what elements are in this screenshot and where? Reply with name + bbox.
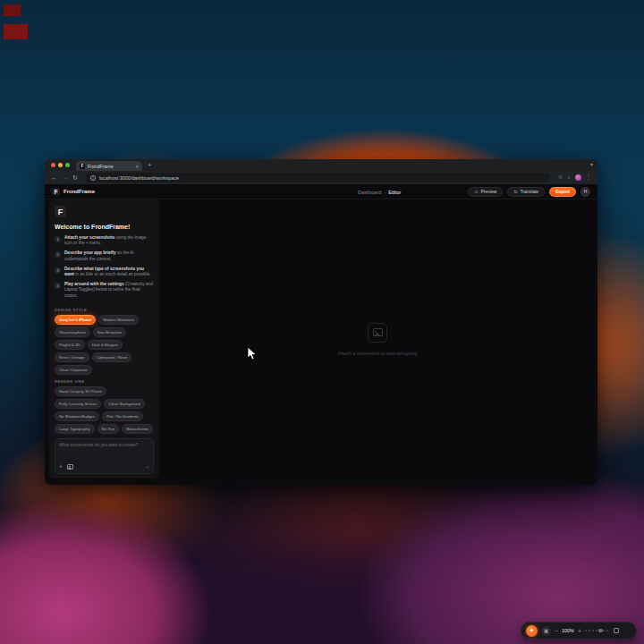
onboarding-step: 1 Attach your screenshots using the imag… bbox=[55, 235, 154, 246]
eye-icon: ⊙ bbox=[474, 190, 478, 194]
render-chip[interactable]: Large Typography bbox=[55, 424, 95, 434]
zoom-slider[interactable] bbox=[585, 630, 610, 631]
step-text: Play around with the settings (Creativit… bbox=[64, 282, 154, 299]
fullscreen-icon[interactable] bbox=[614, 628, 619, 633]
render-chip[interactable]: Hand Carrying 3D Phone bbox=[55, 386, 106, 396]
attach-image-icon[interactable] bbox=[67, 464, 73, 470]
browser-menu-icon[interactable]: ⋮ bbox=[586, 174, 592, 181]
breadcrumb-separator: › bbox=[384, 190, 386, 195]
step-number-badge: 2 bbox=[55, 251, 61, 258]
forward-button[interactable]: → bbox=[62, 174, 68, 181]
zoom-out-button[interactable]: − bbox=[555, 628, 558, 634]
translate-label: Translate bbox=[520, 189, 538, 194]
prompt-input[interactable] bbox=[59, 443, 149, 463]
zoom-slider-handle[interactable] bbox=[598, 629, 603, 633]
composer-actions: + ➔ bbox=[59, 463, 149, 470]
generate-button[interactable]: ✦ bbox=[526, 625, 538, 637]
editor-canvas[interactable]: Attach a screenshot to start designing bbox=[162, 199, 593, 479]
design-chip[interactable]: Playful & 3D bbox=[55, 340, 85, 350]
user-avatar[interactable]: H bbox=[580, 187, 590, 197]
desktop: F FrondFrame × + ▾ ← → ↻ i localhost:300… bbox=[0, 0, 644, 644]
render-chip[interactable]: Monochrome bbox=[122, 424, 153, 434]
canvas-empty-text: Attach a screenshot to start designing bbox=[338, 351, 418, 356]
step-text: Describe your app briefly so the AI unde… bbox=[64, 250, 154, 261]
back-button[interactable]: ← bbox=[51, 174, 57, 181]
prompt-composer: + ➔ bbox=[55, 438, 154, 474]
design-chip[interactable]: Retro / Vintage bbox=[55, 352, 89, 362]
render-vibe-chips: Hand Carrying 3D Phone Fully Covering Sc… bbox=[55, 386, 154, 434]
window-controls bbox=[51, 163, 70, 167]
zoom-level: 100% bbox=[562, 628, 574, 633]
step-number-badge: 1 bbox=[55, 236, 61, 242]
bookmark-star-icon[interactable]: ☆ bbox=[557, 174, 563, 181]
empty-state-image-icon bbox=[368, 323, 387, 343]
brand: F FrondFrame bbox=[52, 188, 95, 196]
browser-tab[interactable]: F FrondFrame × bbox=[76, 161, 142, 171]
site-info-icon[interactable]: i bbox=[90, 175, 96, 181]
design-style-label: DESIGN STYLE bbox=[55, 308, 154, 312]
browser-toolbar: ← → ↻ i localhost:3000/dashboard/workspa… bbox=[45, 171, 597, 184]
zoom-in-button[interactable]: + bbox=[578, 628, 581, 634]
breadcrumb: Dashboard › Editor bbox=[358, 184, 401, 199]
mouse-cursor bbox=[247, 346, 258, 361]
render-chip[interactable]: No Text bbox=[97, 424, 120, 434]
tab-search-chevron-icon[interactable]: ▾ bbox=[590, 162, 593, 167]
design-chip-selected[interactable]: Jony Ive's iPhone bbox=[55, 315, 96, 325]
add-attachment-button[interactable]: + bbox=[59, 463, 63, 470]
onboarding-step: 3 Describe what type of screenshots you … bbox=[55, 267, 154, 277]
onboarding-step: 2 Describe your app briefly so the AI un… bbox=[55, 250, 154, 261]
wallpaper-artifact bbox=[4, 4, 21, 16]
wallpaper-artifact bbox=[4, 24, 28, 39]
render-chip[interactable]: Flat / No Gradients bbox=[102, 411, 143, 421]
preview-button[interactable]: ⊙ Preview bbox=[468, 187, 503, 197]
step-text: Attach your screenshots using the image … bbox=[64, 235, 154, 246]
send-icon[interactable]: ➔ bbox=[145, 464, 149, 470]
app-logo-icon: F bbox=[52, 188, 60, 196]
close-window-button[interactable] bbox=[51, 163, 55, 167]
design-chip[interactable]: Glassmorphism bbox=[55, 327, 90, 337]
sidebar-logo-icon: F bbox=[55, 206, 66, 217]
image-placeholder-icon bbox=[373, 328, 383, 336]
preview-label: Preview bbox=[480, 189, 496, 194]
sidebar: F Welcome to FrondFrame! 1 Attach your s… bbox=[49, 199, 159, 479]
close-tab-icon[interactable]: × bbox=[135, 164, 139, 169]
browser-actions: ☆ ↓ ⋮ bbox=[557, 174, 591, 181]
design-chip[interactable]: Cyberpunk / Neon bbox=[92, 352, 132, 362]
profile-avatar[interactable] bbox=[575, 174, 581, 181]
translate-button[interactable]: ⇆ Translate bbox=[507, 187, 545, 197]
design-chip[interactable]: Clean Corporate bbox=[55, 365, 92, 375]
welcome-title: Welcome to FrondFrame! bbox=[55, 224, 154, 230]
downloads-icon[interactable]: ↓ bbox=[567, 174, 570, 181]
step-number-badge: 3 bbox=[55, 267, 61, 274]
frames-button[interactable]: ▣ bbox=[541, 626, 551, 636]
reload-button[interactable]: ↻ bbox=[72, 174, 78, 181]
design-chip[interactable]: Modern Minimalist bbox=[98, 315, 139, 325]
render-chip[interactable]: Fully Covering Screen bbox=[55, 399, 101, 409]
step-text: Describe what type of screenshots you wa… bbox=[64, 267, 154, 277]
translate-icon: ⇆ bbox=[513, 190, 517, 194]
render-vibe-label: RENDER VIBE bbox=[55, 379, 154, 384]
browser-window: F FrondFrame × + ▾ ← → ↻ i localhost:300… bbox=[45, 159, 597, 485]
render-chip[interactable]: No Shadows/Badges bbox=[55, 411, 99, 421]
design-chip[interactable]: Dark & Elegant bbox=[88, 340, 123, 350]
tab-favicon-icon: F bbox=[80, 164, 85, 169]
header-actions: ⊙ Preview ⇆ Translate Export H bbox=[468, 187, 590, 197]
browser-tab-strip: F FrondFrame × + ▾ bbox=[45, 159, 597, 171]
minimize-window-button[interactable] bbox=[58, 163, 63, 167]
step-number-badge: 4 bbox=[55, 283, 61, 289]
new-tab-button[interactable]: + bbox=[148, 162, 152, 169]
onboarding-step: 4 Play around with the settings (Creativ… bbox=[55, 282, 154, 299]
maximize-window-button[interactable] bbox=[65, 163, 70, 167]
address-bar[interactable]: i localhost:3000/dashboard/workspace bbox=[85, 173, 551, 182]
render-chip[interactable]: Clean Background bbox=[104, 399, 144, 409]
breadcrumb-dashboard[interactable]: Dashboard bbox=[358, 190, 381, 195]
export-button[interactable]: Export bbox=[549, 187, 576, 197]
export-label: Export bbox=[555, 189, 570, 194]
brand-name: FrondFrame bbox=[64, 189, 95, 194]
breadcrumb-editor: Editor bbox=[388, 190, 401, 195]
design-style-chips: Jony Ive's iPhone Modern Minimalist Glas… bbox=[55, 315, 154, 375]
app-header: F FrondFrame Dashboard › Editor ⊙ Previe… bbox=[45, 184, 597, 199]
zoom-toolbar: ✦ ▣ − 100% + bbox=[521, 622, 637, 640]
design-chip[interactable]: Neo-Brutalism bbox=[93, 327, 126, 337]
url-text: localhost:3000/dashboard/workspace bbox=[99, 175, 179, 181]
